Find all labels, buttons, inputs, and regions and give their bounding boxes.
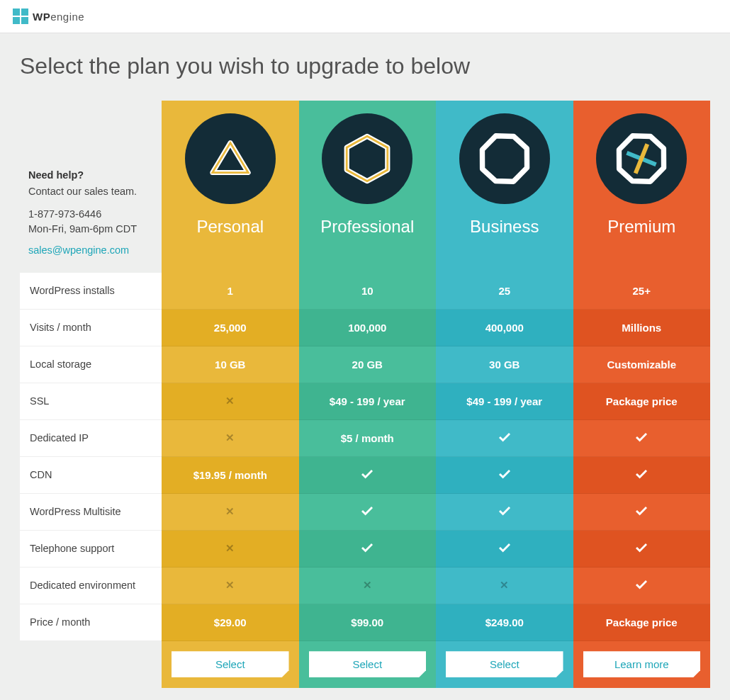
plan-cell: 1 xyxy=(162,273,299,310)
check-icon xyxy=(636,432,647,444)
plan-cell xyxy=(573,494,711,531)
feature-label: Dedicated environment xyxy=(20,568,162,604)
plan-header-professional: Professional xyxy=(299,101,437,273)
plan-cell: 10 GB xyxy=(162,346,299,383)
plan-badge-icon xyxy=(459,113,550,204)
x-icon: ✕ xyxy=(500,579,509,592)
plan-cell: 25 xyxy=(436,273,573,310)
help-panel: Need help? Contact our sales team. 1-877… xyxy=(20,101,162,273)
help-phone: 1-877-973-6446 xyxy=(28,207,155,222)
plan-cell xyxy=(436,420,573,457)
plan-cell: ✕ xyxy=(162,420,299,457)
help-subheading: Contact our sales team. xyxy=(28,186,137,197)
plan-cell: $19.95 / month xyxy=(162,457,299,494)
brand-logo-mark xyxy=(13,9,28,24)
plan-badge-icon xyxy=(322,113,412,204)
plan-name: Personal xyxy=(169,217,292,237)
select-button[interactable]: Select xyxy=(446,651,563,677)
check-icon xyxy=(636,543,647,555)
svg-marker-3 xyxy=(347,136,388,181)
plan-cell: $249.00 xyxy=(436,604,573,641)
brand-logo-text: WPengine xyxy=(33,11,84,23)
plan-cell: ✕ xyxy=(162,531,299,568)
plan-cell xyxy=(436,494,573,531)
plan-cell: $5 / month xyxy=(299,420,437,457)
check-icon xyxy=(499,543,510,555)
plan-cta-wrap: Learn more xyxy=(573,641,711,688)
feature-label: Local storage xyxy=(20,346,162,383)
plan-cell: Customizable xyxy=(573,346,711,383)
plan-header-business: Business xyxy=(436,101,573,273)
feature-label: CDN xyxy=(20,457,162,494)
plan-cell xyxy=(299,494,437,531)
plan-cell: $49 - 199 / year xyxy=(299,383,437,420)
check-icon xyxy=(499,469,510,481)
plan-badge-icon xyxy=(596,113,687,204)
check-icon xyxy=(499,506,510,518)
plan-cell xyxy=(436,531,573,568)
svg-marker-0 xyxy=(213,143,248,173)
plan-cta-wrap: Select xyxy=(162,641,299,688)
plan-header-premium: Premium xyxy=(573,101,711,273)
plan-cell: ✕ xyxy=(299,568,437,604)
plan-cell: Millions xyxy=(573,310,711,346)
check-icon xyxy=(636,580,647,592)
check-icon xyxy=(361,506,373,518)
feature-label: SSL xyxy=(20,383,162,420)
plan-cell: Package price xyxy=(573,604,711,641)
feature-label: Visits / month xyxy=(20,310,162,346)
plan-cell xyxy=(299,457,437,494)
plan-cell: 30 GB xyxy=(436,346,573,383)
x-icon: ✕ xyxy=(225,505,235,518)
x-icon: ✕ xyxy=(225,431,235,444)
plan-cell xyxy=(436,457,573,494)
plan-name: Premium xyxy=(580,217,704,237)
plan-cta-wrap: Select xyxy=(436,641,573,688)
learn-more-button[interactable]: Learn more xyxy=(583,651,701,677)
x-icon: ✕ xyxy=(225,579,235,592)
plan-cell: Package price xyxy=(573,383,711,420)
plan-name: Business xyxy=(443,217,566,237)
plan-cell: ✕ xyxy=(162,494,299,531)
plan-cta-wrap: Select xyxy=(299,641,437,688)
help-hours: Mon-Fri, 9am-6pm CDT xyxy=(28,222,155,237)
check-icon xyxy=(636,469,647,481)
plan-name: Professional xyxy=(306,217,429,237)
plan-cell: 25+ xyxy=(573,273,711,310)
check-icon xyxy=(499,432,510,444)
svg-marker-4 xyxy=(478,132,531,185)
plan-cell xyxy=(573,568,711,604)
plan-cell: 20 GB xyxy=(299,346,437,383)
x-icon: ✕ xyxy=(225,542,235,555)
x-icon: ✕ xyxy=(225,395,235,407)
pricing-grid: Need help? Contact our sales team. 1-877… xyxy=(20,101,710,688)
brand-logo[interactable]: WPengine xyxy=(13,9,717,24)
plan-cell: 400,000 xyxy=(436,310,573,346)
feature-label: Telephone support xyxy=(20,531,162,568)
check-icon xyxy=(361,469,373,481)
check-icon xyxy=(636,506,647,518)
select-button[interactable]: Select xyxy=(309,651,427,677)
feature-label: WordPress Multisite xyxy=(20,494,162,531)
plan-cell: $29.00 xyxy=(162,604,299,641)
plan-cell xyxy=(573,457,711,494)
plan-cell: 10 xyxy=(299,273,437,310)
help-heading: Need help? xyxy=(28,168,155,184)
help-email-link[interactable]: sales@wpengine.com xyxy=(28,243,129,259)
plan-cell xyxy=(573,531,711,568)
feature-label: Price / month xyxy=(20,604,162,641)
plan-badge-icon xyxy=(185,113,276,204)
feature-label: Dedicated IP xyxy=(20,420,162,457)
plan-cell: 100,000 xyxy=(299,310,437,346)
plan-cell: $49 - 199 / year xyxy=(436,383,573,420)
page-body: Select the plan you wish to upgrade to b… xyxy=(0,33,730,700)
page-title: Select the plan you wish to upgrade to b… xyxy=(20,53,710,79)
plan-cell xyxy=(573,420,711,457)
plan-cell: ✕ xyxy=(162,383,299,420)
plan-cell: 25,000 xyxy=(162,310,299,346)
x-icon: ✕ xyxy=(363,579,372,592)
select-button[interactable]: Select xyxy=(172,651,289,677)
plan-cell: ✕ xyxy=(436,568,573,604)
plan-cell: ✕ xyxy=(162,568,299,604)
plan-cell xyxy=(299,531,437,568)
